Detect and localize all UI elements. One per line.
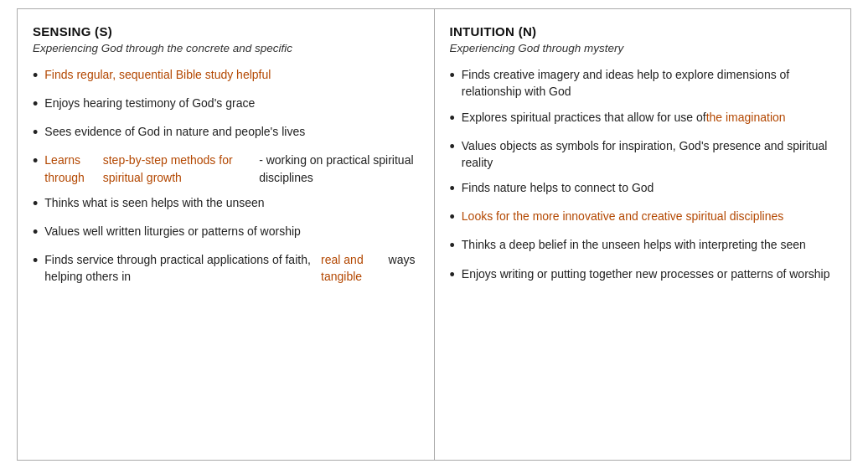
intuition-list-item: Looks for the more innovative and creati… <box>450 208 833 228</box>
sensing-list-item: Finds regular, sequential Bible study he… <box>33 66 416 86</box>
main-container: SENSING (S) Experiencing God through the… <box>17 8 851 461</box>
intuition-subtitle: Experiencing God through mystery <box>450 42 833 54</box>
intuition-list-item: Finds nature helps to connect to God <box>450 179 833 199</box>
sensing-list-item: Learns through step-by-step methods for … <box>33 152 416 186</box>
sensing-list-item: Values well written liturgies or pattern… <box>33 223 416 243</box>
sensing-heading: SENSING (S) <box>33 24 416 39</box>
intuition-heading: INTUITION (N) <box>450 24 833 39</box>
intuition-list-item: Finds creative imagery and ideas help to… <box>450 66 833 100</box>
sensing-column: SENSING (S) Experiencing God through the… <box>18 9 435 460</box>
intuition-list-item: Explores spiritual practices that allow … <box>450 109 833 129</box>
sensing-subtitle: Experiencing God through the concrete an… <box>33 42 416 54</box>
sensing-list-item: Thinks what is seen helps with the unsee… <box>33 194 416 214</box>
intuition-column: INTUITION (N) Experiencing God through m… <box>435 9 851 460</box>
sensing-list-item: Sees evidence of God in nature and peopl… <box>33 123 416 143</box>
intuition-list-item: Values objects as symbols for inspiratio… <box>450 137 833 172</box>
intuition-list: Finds creative imagery and ideas help to… <box>450 66 833 286</box>
intuition-list-item: Enjoys writing or putting together new p… <box>450 265 833 286</box>
sensing-list-item: Enjoys hearing testimony of God's grace <box>33 95 416 115</box>
sensing-list: Finds regular, sequential Bible study he… <box>33 66 416 286</box>
intuition-list-item: Thinks a deep belief in the unseen helps… <box>450 236 833 256</box>
sensing-list-item: Finds service through practical applicat… <box>33 251 416 286</box>
